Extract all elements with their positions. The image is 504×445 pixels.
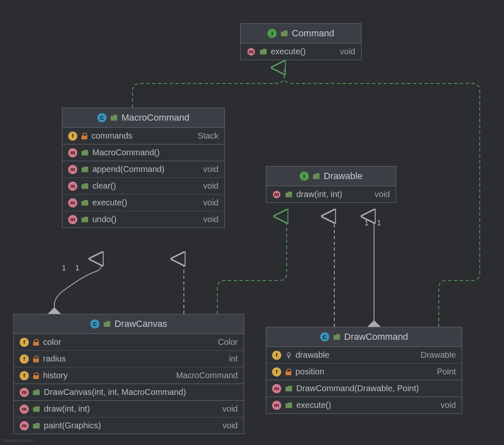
package-icon [104, 321, 110, 327]
member-sig: position [295, 367, 433, 377]
member-sig: color [43, 337, 214, 347]
method-row[interactable]: m paint(Graphics) void [14, 417, 244, 434]
member-sig: append(Command) [92, 164, 199, 174]
method-icon: m [272, 384, 281, 393]
interface-icon: I [267, 29, 277, 38]
class-drawcanvas[interactable]: C DrawCanvas f color Color f radius int … [13, 314, 244, 434]
field-row[interactable]: f history MacroCommand [14, 367, 244, 384]
member-sig: MacroCommand() [92, 148, 219, 157]
class-drawable[interactable]: I Drawable m draw(int, int) void [266, 166, 396, 203]
method-icon: m [20, 405, 29, 414]
private-icon [33, 372, 39, 379]
member-sig: DrawCommand(Drawable, Point) [296, 384, 456, 393]
method-icon: m [68, 148, 77, 157]
class-icon: C [97, 113, 107, 122]
method-icon: m [20, 421, 29, 430]
field-row[interactable]: f commands Stack [62, 128, 224, 144]
member-sig: commands [92, 131, 193, 141]
member-ret: void [203, 198, 219, 207]
field-row[interactable]: f radius int [14, 351, 244, 367]
field-row[interactable]: f drawable Drawable [266, 347, 462, 364]
ctor-row[interactable]: m DrawCommand(Drawable, Point) [266, 380, 462, 397]
method-row[interactable]: m clear() void [62, 178, 224, 195]
class-command[interactable]: I Command m execute() void [240, 23, 361, 60]
class-title: C MacroCommand [62, 108, 224, 128]
class-macrocommand[interactable]: C MacroCommand f commands Stack m MacroC… [62, 108, 225, 228]
method-row[interactable]: m execute() void [266, 397, 462, 413]
member-sig: clear() [92, 181, 199, 191]
visibility-icon [33, 389, 40, 395]
field-icon: f [20, 371, 29, 380]
class-title: C DrawCommand [266, 327, 462, 347]
multiplicity-label: 1 [364, 219, 369, 227]
member-ret: void [203, 164, 219, 174]
package-icon [313, 173, 320, 179]
member-sig: draw(int, int) [296, 190, 370, 199]
method-row[interactable]: m execute() void [62, 195, 224, 211]
class-name: Drawable [324, 171, 363, 182]
private-icon [81, 133, 87, 139]
visibility-icon [260, 49, 267, 55]
visibility-icon [81, 150, 88, 156]
member-ret: void [222, 404, 238, 414]
field-icon: f [272, 351, 281, 360]
method-row[interactable]: m undo() void [62, 211, 224, 228]
class-drawcommand[interactable]: C DrawCommand f drawable Drawable f posi… [266, 327, 462, 414]
visibility-icon [81, 183, 88, 189]
member-ret: MacroCommand [176, 371, 238, 380]
field-row[interactable]: f color Color [14, 334, 244, 351]
member-sig: paint(Graphics) [44, 421, 218, 430]
member-ret: void [222, 421, 238, 430]
visibility-icon [285, 402, 292, 408]
member-ret: void [203, 215, 219, 224]
member-sig: DrawCanvas(int, int, MacroCommand) [44, 387, 238, 397]
footer-credit: Powered by yFiles [3, 438, 33, 442]
visibility-icon [285, 192, 292, 197]
member-ret: void [374, 190, 390, 199]
visibility-icon [81, 167, 88, 172]
method-icon: m [247, 47, 256, 56]
field-row[interactable]: f position Point [266, 364, 462, 380]
member-ret: Drawable [421, 350, 456, 360]
visibility-icon [33, 406, 40, 412]
member-sig: execute() [271, 47, 336, 56]
member-sig: execute() [296, 400, 436, 410]
member-ret: void [203, 181, 219, 191]
edge-canvas-implements-drawable [217, 216, 287, 314]
field-icon: f [20, 354, 29, 364]
member-row[interactable]: m draw(int, int) void [266, 186, 396, 202]
field-icon: f [68, 131, 77, 141]
method-icon: m [272, 190, 281, 199]
member-row[interactable]: m execute() void [241, 43, 361, 60]
multiplicity-label: 1 [75, 264, 79, 272]
multiplicity-label: 1 [377, 219, 381, 227]
visibility-icon [81, 200, 88, 206]
class-name: DrawCommand [344, 331, 408, 342]
visibility-icon [285, 386, 292, 392]
member-ret: void [440, 400, 456, 410]
edge-canvas-has-macrocommand [54, 259, 102, 314]
class-title: C DrawCanvas [14, 314, 244, 334]
package-icon [333, 334, 340, 340]
ctor-row[interactable]: m MacroCommand() [62, 144, 224, 161]
ctor-row[interactable]: m DrawCanvas(int, int, MacroCommand) [14, 384, 244, 401]
method-icon: m [272, 401, 281, 410]
class-icon: C [320, 332, 329, 341]
member-ret: int [229, 354, 238, 364]
class-title: I Command [241, 24, 361, 43]
class-name: Command [292, 28, 334, 39]
field-icon: f [272, 367, 281, 377]
visibility-icon [81, 217, 88, 222]
method-icon: m [68, 165, 77, 174]
multiplicity-label: 1 [62, 264, 66, 272]
method-row[interactable]: m append(Command) void [62, 161, 224, 178]
edge-macro-implements-command [132, 68, 284, 108]
member-sig: radius [43, 354, 225, 364]
method-row[interactable]: m draw(int, int) void [14, 401, 244, 417]
protected-icon [285, 352, 291, 359]
member-ret: Color [218, 337, 238, 347]
member-sig: undo() [92, 215, 199, 224]
class-name: MacroCommand [122, 112, 190, 123]
visibility-icon [33, 423, 40, 429]
method-icon: m [68, 198, 77, 207]
